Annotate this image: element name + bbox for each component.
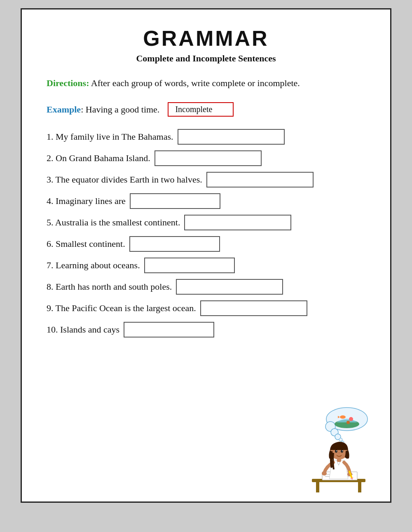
question-list: 1. My family live in The Bahamas. 2. On …: [47, 129, 365, 337]
page-title: GRAMMAR: [47, 26, 365, 51]
svg-point-10: [346, 421, 350, 424]
answer-input-8[interactable]: [176, 279, 283, 295]
question-5-text: 5. Australia is the smallest continent.: [47, 216, 180, 229]
page-subtitle: Complete and Incomplete Sentences: [47, 53, 365, 64]
answer-input-2[interactable]: [154, 150, 262, 166]
svg-point-17: [322, 471, 327, 476]
question-item-2: 2. On Grand Bahama Island.: [47, 150, 365, 166]
answer-input-10[interactable]: [124, 322, 214, 337]
svg-point-22: [341, 450, 343, 453]
answer-input-7[interactable]: [144, 258, 235, 273]
question-1-text: 1. My family live in The Bahamas.: [47, 131, 173, 143]
question-10-text: 10. Islands and cays: [47, 323, 119, 336]
question-9-text: 9. The Pacific Ocean is the largest ocea…: [47, 302, 196, 315]
question-item-6: 6. Smallest continent.: [47, 236, 365, 252]
answer-input-3[interactable]: [206, 172, 314, 187]
question-item-5: 5. Australia is the smallest continent.: [47, 215, 365, 230]
example-colon-text: : Having a good time.: [81, 104, 159, 115]
illustration: [304, 407, 374, 493]
question-7-text: 7. Learning about oceans.: [47, 259, 140, 272]
question-item-3: 3. The equator divides Earth in two halv…: [47, 172, 365, 187]
answer-input-4[interactable]: [130, 193, 220, 209]
question-item-4: 4. Imaginary lines are: [47, 193, 365, 209]
directions-block: Directions: After each group of words, w…: [47, 76, 365, 90]
question-8-text: 8. Earth has north and south poles.: [47, 281, 172, 293]
example-answer-box: Incomplete: [168, 102, 234, 117]
answer-input-5[interactable]: [184, 215, 291, 230]
question-item-1: 1. My family live in The Bahamas.: [47, 129, 365, 145]
question-6-text: 6. Smallest continent.: [47, 238, 125, 251]
svg-point-23: [336, 450, 337, 451]
svg-point-4: [339, 438, 342, 441]
question-item-9: 9. The Pacific Ocean is the largest ocea…: [47, 300, 365, 316]
directions-text: After each group of words, write complet…: [89, 78, 300, 88]
answer-input-6[interactable]: [129, 236, 220, 252]
question-4-text: 4. Imaginary lines are: [47, 195, 126, 208]
svg-point-8: [340, 415, 346, 419]
question-3-text: 3. The equator divides Earth in two halv…: [47, 173, 202, 186]
question-item-10: 10. Islands and cays: [47, 322, 365, 337]
svg-point-9: [349, 417, 353, 421]
answer-input-1[interactable]: [178, 129, 285, 145]
worksheet-page: GRAMMAR Complete and Incomplete Sentence…: [21, 8, 391, 503]
question-item-7: 7. Learning about oceans.: [47, 258, 365, 273]
example-label: Example: [47, 104, 81, 115]
answer-input-9[interactable]: [200, 300, 307, 316]
svg-point-21: [335, 450, 337, 453]
svg-point-24: [342, 450, 343, 451]
example-label-text: Example: Having a good time.: [47, 104, 159, 115]
question-item-8: 8. Earth has north and south poles.: [47, 279, 365, 295]
svg-rect-13: [358, 482, 361, 492]
question-2-text: 2. On Grand Bahama Island.: [47, 152, 150, 165]
girl-svg: [304, 407, 374, 493]
svg-rect-12: [316, 482, 319, 492]
example-line: Example: Having a good time. Incomplete: [47, 102, 365, 117]
directions-label: Directions:: [47, 78, 89, 88]
